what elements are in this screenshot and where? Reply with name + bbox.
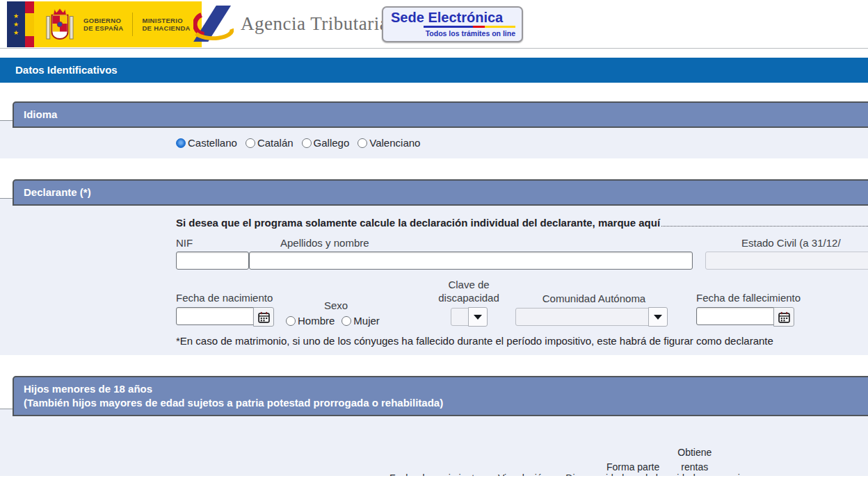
comunidad-autonoma-label: Comunidad Autónoma [515,293,673,304]
ministry-name: MINISTERIO DE HACIENDA [142,17,190,32]
radio-icon[interactable] [341,316,351,326]
section-header-idioma: Idioma [13,101,868,128]
detail-fields-row: Fecha de nacimiento [176,278,868,327]
nif-input[interactable] [176,252,249,270]
aeat-swoosh-icon [193,6,234,42]
brand-header: ★ ★ ★ GOBIE [0,0,868,49]
hijos-body: Forma parte Obtiene rentas Fecha de naci… [0,409,868,476]
sexo-label: Sexo [324,299,411,311]
government-name: GOBIERNO DE ESPAÑA [83,17,123,32]
calendar-icon [778,311,790,323]
dotted-leader [661,218,868,227]
eu-flag-icon: ★ ★ ★ [7,1,25,47]
radio-icon[interactable] [176,138,186,148]
star-icon: ★ [13,29,19,36]
agency-name: Agencia Tributaria [241,13,388,35]
comunidad-autonoma-select[interactable] [515,308,649,326]
radio-castellano[interactable]: Castellano [176,137,237,149]
spacer [0,49,868,58]
estado-civil-label: Estado Civil (a 31/12/ [741,237,868,249]
declarante-footnote: *En caso de matrimonio, si uno de los có… [176,335,868,347]
agencia-tributaria-logo: Agencia Tributaria [193,6,388,42]
radio-icon[interactable] [286,316,296,326]
section-idioma: Idioma Castellano Catalán Gallego Va [0,101,868,158]
fecha-nacimiento-label: Fecha de nacimiento [176,292,280,304]
radio-mujer[interactable]: Mujer [341,315,380,327]
estado-civil-select[interactable] [705,252,868,270]
radio-icon[interactable] [302,138,312,148]
language-radio-group: Castellano Catalán Gallego Valenciano [176,137,868,149]
sede-title: Sede Electrónica [391,10,515,26]
page-title: Datos Identificativos [15,64,118,76]
page: ★ ★ ★ GOBIE [0,0,868,485]
clave-discapacidad-label: Clave de discapacidad [438,278,499,304]
hijos-table-headers: Forma parte Obtiene rentas [606,445,712,475]
page-title-bar: Datos Identificativos [0,58,868,83]
radio-icon[interactable] [246,138,255,148]
star-icon: ★ [13,13,19,19]
gobierno-de-espana-logo: ★ ★ ★ GOBIE [7,1,202,47]
divider [132,13,133,36]
section-declarante: Declarante (*) Si desea que el programa … [0,179,868,355]
radio-valenciano[interactable]: Valenciano [357,137,420,149]
section-hijos: Hijos menores de 18 años (También hijos … [0,376,868,476]
radio-catalan[interactable]: Catalán [246,137,294,149]
apellidos-label: Apellidos y nombre [280,237,693,249]
fecha-nacimiento-input[interactable] [176,307,254,325]
radio-icon[interactable] [357,138,367,148]
sexo-radio-group: Hombre Mujer [286,315,411,327]
col-obtiene-rentas: Obtiene rentas [677,445,712,475]
sede-tagline: Todos los trámites on line [391,29,515,38]
radio-gallego[interactable]: Gallego [302,137,350,149]
hijos-clipped-header-row: Fecha de nacimiento Vinculación Discapac… [389,472,767,476]
chevron-down-icon [654,315,662,320]
fecha-fallecimiento-label: Fecha de fallecimiento [696,292,802,304]
individual-declaration-note: Si desea que el programa solamente calcu… [176,217,868,229]
sede-electronica-badge[interactable]: Sede Electrónica Todos los trámites on l… [382,6,523,42]
identity-fields-row: NIF Apellidos y nombre Estado Civil (a 3… [176,237,868,270]
clave-discapacidad-dropdown-button[interactable] [468,307,488,327]
sede-underline [424,26,515,28]
fecha-fallecimiento-calendar-button[interactable] [773,307,794,327]
calendar-icon [258,311,270,323]
section-header-hijos: Hijos menores de 18 años (También hijos … [13,376,868,416]
chevron-down-icon [474,315,482,320]
declarante-body: Si desea que el programa solamente calcu… [0,198,868,355]
section-header-declarante: Declarante (*) [13,179,868,206]
government-banner: GOBIERNO DE ESPAÑA MINISTERIO DE HACIEND… [34,1,202,47]
coat-of-arms-icon [45,6,74,43]
comunidad-autonoma-dropdown-button[interactable] [648,307,668,327]
radio-hombre[interactable]: Hombre [286,315,335,327]
fecha-fallecimiento-input[interactable] [696,307,774,325]
clave-discapacidad-select[interactable] [451,308,469,326]
apellidos-input[interactable] [249,252,693,270]
spain-flag-icon [25,1,34,47]
nif-label: NIF [176,237,249,249]
fecha-nacimiento-calendar-button[interactable] [253,307,274,327]
star-icon: ★ [13,21,19,28]
